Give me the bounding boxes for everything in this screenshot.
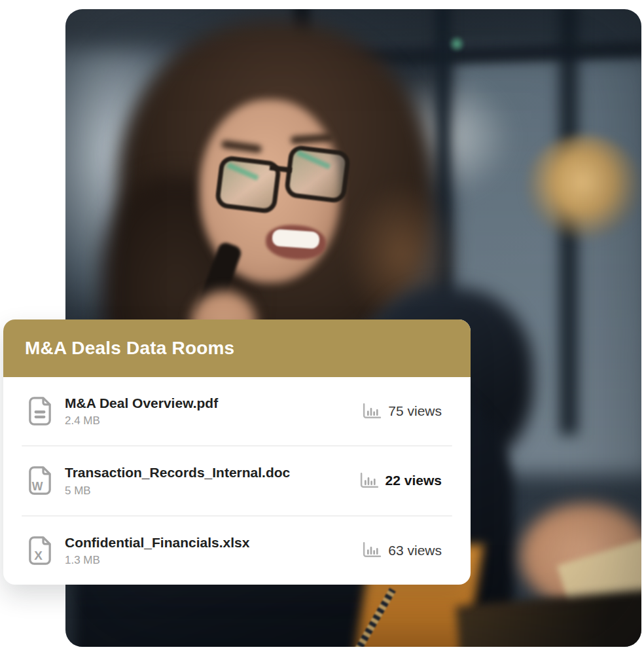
file-row-xlsx[interactable]: X Confidential_Financials.xlsx 1.3 MB 63… bbox=[3, 517, 471, 585]
file-document-icon bbox=[26, 395, 54, 427]
file-size: 1.3 MB bbox=[65, 554, 361, 567]
file-name: M&A Deal Overview.pdf bbox=[65, 395, 361, 412]
bar-chart-icon bbox=[361, 541, 382, 559]
file-name: Transaction_Records_Internal.doc bbox=[65, 464, 359, 481]
file-excel-icon: X bbox=[26, 535, 54, 566]
file-size: 2.4 MB bbox=[65, 414, 361, 428]
bar-chart-icon bbox=[361, 403, 382, 420]
file-meta: Transaction_Records_Internal.doc 5 MB bbox=[65, 464, 359, 497]
page: M&A Deals Data Rooms M&A Deal Overview.p… bbox=[0, 0, 644, 656]
views-count: 75 views bbox=[388, 403, 442, 419]
views-stat: 22 views bbox=[359, 472, 442, 490]
card-header: M&A Deals Data Rooms bbox=[3, 319, 471, 377]
file-row-pdf[interactable]: M&A Deal Overview.pdf 2.4 MB 75 views bbox=[3, 377, 471, 445]
file-type-letter: W bbox=[32, 481, 43, 494]
file-type-letter: X bbox=[34, 549, 43, 562]
data-room-card: M&A Deals Data Rooms M&A Deal Overview.p… bbox=[3, 319, 471, 585]
card-title: M&A Deals Data Rooms bbox=[25, 338, 234, 359]
file-name: Confidential_Financials.xlsx bbox=[65, 534, 361, 551]
bar-chart-icon bbox=[359, 472, 379, 490]
views-stat: 75 views bbox=[361, 403, 442, 420]
file-row-doc[interactable]: W Transaction_Records_Internal.doc 5 MB … bbox=[3, 446, 471, 515]
views-stat: 63 views bbox=[361, 541, 442, 559]
views-count: 22 views bbox=[385, 473, 442, 488]
file-size: 5 MB bbox=[65, 484, 359, 498]
file-meta: Confidential_Financials.xlsx 1.3 MB bbox=[65, 534, 361, 567]
file-word-icon: W bbox=[26, 465, 54, 496]
views-count: 63 views bbox=[388, 543, 442, 558]
file-list: M&A Deal Overview.pdf 2.4 MB 75 views bbox=[3, 377, 471, 585]
file-meta: M&A Deal Overview.pdf 2.4 MB bbox=[65, 395, 361, 428]
